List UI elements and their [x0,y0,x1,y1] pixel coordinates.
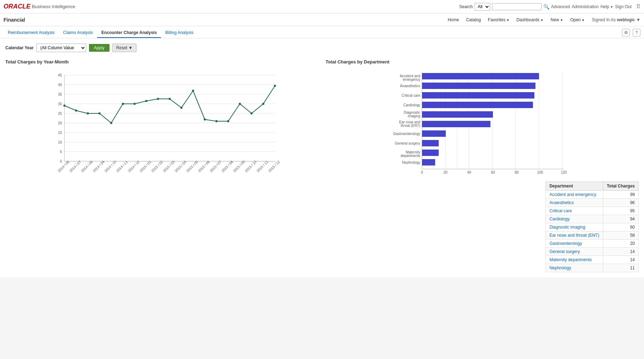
reset-label: Reset [116,45,127,50]
table-row: General surgery14 [546,248,639,256]
line-chart-container: 45 40 35 30 25 20 15 10 5 0 [5,68,319,174]
table-cell-charges: 60 [603,223,638,231]
svg-rect-70 [422,83,535,89]
table-cell-department[interactable]: Critical care [546,207,603,215]
table-cell-department[interactable]: Cardiology [546,215,603,223]
bar-chart-svg: Accident and emergency Anaesthetics Crit… [326,68,639,181]
search-button[interactable]: 🔍 [543,4,549,10]
svg-rect-75 [422,130,446,137]
table-cell-department[interactable]: Anaesthetics [546,199,603,207]
line-chart-section: Total Charges by Year-Month 45 [5,59,319,174]
table-cell-department[interactable]: Ear nose and throat (ENT) [546,231,603,240]
department-charges-table: Department Total Charges Accident and em… [545,181,639,272]
svg-point-36 [227,120,229,122]
svg-text:General surgery: General surgery [395,141,420,145]
search-scope-select[interactable]: All [475,3,490,11]
signed-in-label: Signed In As weblogic ▼ [592,17,640,22]
oracle-brand-text: ORACLE [4,3,30,10]
table-row: Maternity departments14 [546,256,639,264]
tab-claims[interactable]: Claims Analysis [59,28,97,38]
line-chart-svg: 45 40 35 30 25 20 15 10 5 0 [5,68,319,174]
table-row: Critical care95 [546,207,639,215]
tab-billing[interactable]: Billing Analysis [161,28,197,38]
open-nav-link[interactable]: Open [570,17,585,22]
table-cell-charges: 96 [603,199,638,207]
tab-reimbursement[interactable]: Reimbursement Analysis [4,28,59,38]
svg-text:Anaesthetics: Anaesthetics [400,84,420,88]
second-navigation-bar: Financial Home Catalog Favorites Dashboa… [0,13,644,26]
svg-text:40: 40 [58,83,62,87]
advanced-link[interactable]: Advanced [551,4,570,9]
table-cell-department[interactable]: General surgery [546,248,603,256]
table-cell-department[interactable]: Accident and emergency [546,191,603,199]
svg-point-32 [180,107,183,109]
catalog-nav-link[interactable]: Catalog [466,17,481,22]
main-content: Calendar Year (All Column Value Apply Re… [0,38,644,277]
top-navigation-bar: ORACLE Business Intelligence Search All … [0,0,644,13]
svg-text:emergency: emergency [403,78,420,82]
svg-text:2014 / 11: 2014 / 11 [116,160,129,173]
svg-text:Cardiology: Cardiology [403,103,420,107]
svg-text:100: 100 [537,170,543,174]
svg-text:2014 / 06: 2014 / 06 [57,160,71,173]
line-chart-title: Total Charges by Year-Month [5,59,319,64]
svg-text:0: 0 [60,159,62,163]
svg-point-23 [75,110,77,112]
search-label: Search [459,4,473,9]
apps-icon[interactable]: ⠿ [636,3,640,10]
table-cell-department[interactable]: Nephrology [546,264,603,272]
svg-text:Nephrology: Nephrology [402,161,420,164]
svg-text:20: 20 [58,121,62,125]
table-row: Ear nose and throat (ENT)58 [546,231,639,240]
settings-icon-button[interactable]: ⚙ [622,29,630,37]
svg-point-22 [63,105,66,107]
reset-dropdown-icon[interactable]: ▼ [128,45,133,50]
administration-link[interactable]: Administration [572,4,599,9]
calendar-year-select[interactable]: (All Column Value [37,44,86,52]
svg-text:120: 120 [561,170,567,174]
svg-text:2015 / 05: 2015 / 05 [186,160,199,173]
search-area: Search All 🔍 Advanced Administration Hel… [459,3,640,11]
table-cell-charges: 95 [603,207,638,215]
dashboards-nav-link[interactable]: Dashboards [516,17,543,22]
svg-text:40: 40 [467,170,471,174]
signed-in-user: weblogic [617,17,635,22]
search-input[interactable] [492,3,542,10]
svg-rect-69 [422,73,539,79]
svg-point-26 [110,122,112,124]
table-cell-department[interactable]: Maternity departments [546,256,603,264]
table-row: Accident and emergency99 [546,191,639,199]
svg-text:25: 25 [58,112,62,116]
svg-text:2014 / 12: 2014 / 12 [127,160,141,173]
filter-label: Calendar Year [5,45,34,50]
svg-point-35 [215,120,218,122]
main-navigation: Home Catalog Favorites Dashboards New Op… [448,17,640,22]
svg-rect-77 [422,150,438,156]
help-icon-button[interactable]: ? [633,29,640,37]
reset-button[interactable]: Reset ▼ [112,44,136,52]
apply-button[interactable]: Apply [89,44,110,52]
favorites-nav-link[interactable]: Favorites [488,17,510,22]
help-link[interactable]: Help [600,4,613,9]
svg-text:Critical care: Critical care [401,94,420,97]
table-row: Gastroenterology20 [546,240,639,248]
new-nav-link[interactable]: New [551,17,563,22]
bi-brand-text: Business Intelligence [32,4,75,9]
table-cell-department[interactable]: Diagnostic imaging [546,223,603,231]
signout-link[interactable]: Sign Out [615,4,632,9]
table-row: Diagnostic imaging60 [546,223,639,231]
app-title: Financial [4,17,25,23]
svg-point-29 [145,100,147,102]
svg-text:Gastroenterology: Gastroenterology [393,132,420,136]
svg-text:2015 / 03: 2015 / 03 [162,160,176,173]
svg-point-24 [87,112,89,114]
svg-text:35: 35 [58,92,62,96]
tab-encounter[interactable]: Encounter Charge Analysis [97,28,161,38]
svg-text:2015 / 04: 2015 / 04 [174,160,187,173]
table-cell-department[interactable]: Gastroenterology [546,240,603,248]
svg-text:2014 / 08: 2014 / 08 [80,160,94,173]
home-nav-link[interactable]: Home [448,17,459,22]
svg-point-25 [99,112,101,114]
table-cell-charges: 94 [603,215,638,223]
svg-text:2015 / 01: 2015 / 01 [139,160,152,173]
